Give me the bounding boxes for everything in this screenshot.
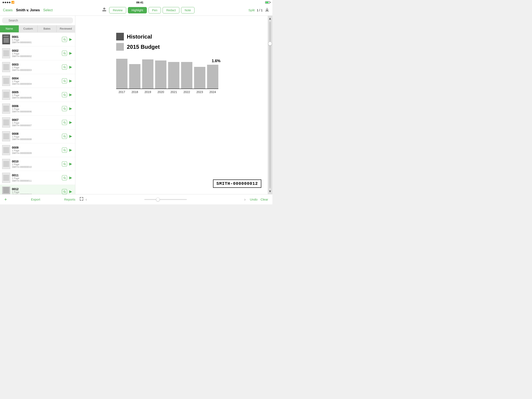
doc-go-button[interactable]: ► bbox=[68, 51, 73, 56]
doc-go-button[interactable]: ► bbox=[68, 106, 73, 111]
doc-search-button[interactable] bbox=[62, 161, 67, 167]
doc-actions: ► bbox=[62, 134, 73, 139]
scroll-down-button[interactable]: ▼ bbox=[268, 189, 272, 193]
list-item[interactable]: 00081 PageSMITH-000000008 ► bbox=[0, 129, 75, 143]
doc-go-button[interactable]: ► bbox=[68, 161, 73, 167]
doc-search-button[interactable] bbox=[62, 120, 67, 125]
doc-pages: 1 Page bbox=[12, 163, 60, 166]
list-item[interactable]: 00051 PageSMITH-000000005 ► bbox=[0, 88, 75, 102]
doc-thumbnail bbox=[2, 76, 10, 86]
reports-button[interactable]: Reports bbox=[64, 198, 75, 201]
review-button[interactable]: Review bbox=[109, 7, 126, 13]
doc-search-button[interactable] bbox=[62, 175, 67, 180]
doc-actions: ► bbox=[62, 92, 73, 97]
prev-page-button[interactable]: ‹ bbox=[86, 197, 87, 202]
right-scrollbar: ▲ ▼ bbox=[268, 16, 272, 194]
signal-dot-1 bbox=[3, 2, 4, 3]
doc-go-button[interactable]: ► bbox=[68, 78, 73, 84]
doc-info: 00061 PageSMITH-000000006 bbox=[12, 104, 60, 113]
doc-actions: ► bbox=[62, 37, 73, 42]
doc-search-button[interactable] bbox=[62, 189, 67, 194]
doc-go-button[interactable]: ► bbox=[68, 134, 73, 139]
doc-pages: 1 Page bbox=[12, 135, 60, 138]
status-time: 09:41 bbox=[136, 1, 143, 4]
x-label-2019: 2019 bbox=[142, 90, 153, 94]
doc-thumbnail: BUDGET bbox=[2, 34, 10, 45]
doc-thumbnail bbox=[2, 103, 10, 114]
doc-go-button[interactable]: ► bbox=[68, 37, 73, 42]
doc-search-button[interactable] bbox=[62, 148, 67, 153]
status-bar: 📶 09:41 bbox=[0, 0, 272, 5]
doc-search-button[interactable] bbox=[62, 64, 67, 70]
list-item[interactable]: 00091 PageSMITH-000000009 ► bbox=[0, 143, 75, 157]
doc-search-button[interactable] bbox=[62, 92, 67, 97]
list-item[interactable]: BUDGET00011 PageSMITH-000000001 ► bbox=[0, 32, 75, 46]
list-item[interactable]: 00121 PageSMITH-000000012 ► bbox=[0, 185, 75, 194]
doc-search-button[interactable] bbox=[62, 51, 67, 56]
list-item[interactable]: 00101 PageSMITH-000000010 ► bbox=[0, 157, 75, 171]
next-page-button[interactable]: › bbox=[244, 197, 246, 202]
doc-info: 00051 PageSMITH-000000005 bbox=[12, 90, 60, 99]
doc-actions: ► bbox=[62, 175, 73, 180]
doc-bates: SMITH-000000004 bbox=[12, 83, 60, 85]
tab-custom[interactable]: Custom bbox=[19, 25, 38, 32]
doc-pages: 1 Page bbox=[12, 191, 60, 193]
doc-thumbnail bbox=[2, 187, 10, 194]
list-item[interactable]: 00031 PageSMITH-000000003 ► bbox=[0, 60, 75, 74]
scroll-thumb[interactable] bbox=[268, 42, 272, 45]
export-button[interactable]: Export bbox=[31, 198, 40, 201]
svg-line-16 bbox=[65, 109, 66, 110]
highlight-button[interactable]: Highlight bbox=[128, 7, 147, 13]
doc-info: 00031 PageSMITH-000000003 bbox=[12, 63, 60, 71]
doc-number: 0009 bbox=[12, 146, 60, 149]
doc-info: 00011 PageSMITH-000000001 bbox=[12, 35, 60, 44]
upload-button[interactable] bbox=[102, 7, 107, 13]
doc-go-button[interactable]: ► bbox=[68, 92, 73, 97]
list-item[interactable]: 00041 PageSMITH-000000004 ► bbox=[0, 74, 75, 88]
scroll-up-button[interactable]: ▲ bbox=[268, 17, 272, 20]
doc-pages: 1 Page bbox=[12, 66, 60, 69]
tab-reviewed[interactable]: Reviewed bbox=[56, 25, 75, 32]
header: Cases Smith v. Jones Select Review Highl… bbox=[0, 5, 272, 16]
legend-historical-label: Historical bbox=[127, 33, 152, 40]
list-item[interactable]: 00111 PageSMITH-000000011 ► bbox=[0, 171, 75, 185]
cases-button[interactable]: Cases bbox=[3, 8, 13, 12]
redact-button[interactable]: Redact bbox=[163, 7, 179, 13]
search-input[interactable] bbox=[2, 18, 73, 23]
note-button[interactable]: Note bbox=[181, 7, 195, 13]
list-item[interactable]: 00021 PageSMITH-000000002 ► bbox=[0, 46, 75, 60]
doc-search-button[interactable] bbox=[62, 37, 67, 42]
doc-search-button[interactable] bbox=[62, 134, 67, 139]
svg-line-24 bbox=[65, 164, 66, 165]
doc-actions: ► bbox=[62, 147, 73, 153]
doc-go-button[interactable]: ► bbox=[68, 120, 73, 125]
main-content: 🔍 Name Custom Bates Reviewed BUDGET00011… bbox=[0, 16, 272, 194]
doc-thumbnail bbox=[2, 173, 10, 183]
doc-go-button[interactable]: ► bbox=[68, 64, 73, 70]
add-button[interactable]: + bbox=[4, 197, 7, 202]
x-label-2023: 2023 bbox=[194, 90, 205, 94]
doc-bates: SMITH-000000009 bbox=[12, 152, 60, 154]
doc-number: 0008 bbox=[12, 132, 60, 135]
doc-go-button[interactable]: ► bbox=[68, 147, 73, 153]
tab-bates[interactable]: Bates bbox=[38, 25, 56, 32]
doc-go-button[interactable]: ► bbox=[68, 175, 73, 180]
download-button[interactable] bbox=[265, 7, 269, 13]
fit-button[interactable] bbox=[80, 197, 83, 202]
clear-button[interactable]: Clear bbox=[260, 198, 268, 201]
doc-info: 00091 PageSMITH-000000009 bbox=[12, 146, 60, 154]
tab-name[interactable]: Name bbox=[0, 25, 19, 32]
undo-button[interactable]: Undo bbox=[250, 198, 258, 201]
select-button[interactable]: Select bbox=[43, 8, 53, 12]
split-button[interactable]: Split bbox=[248, 8, 255, 12]
list-item[interactable]: 00061 PageSMITH-000000006 ► bbox=[0, 102, 75, 116]
doc-search-button[interactable] bbox=[62, 78, 67, 84]
pen-button[interactable]: Pen bbox=[149, 7, 161, 13]
page-slider[interactable] bbox=[144, 199, 187, 200]
list-item[interactable]: 00071 PageSMITH-000000007 ► bbox=[0, 116, 75, 129]
doc-thumbnail bbox=[2, 159, 10, 169]
doc-go-button[interactable]: ► bbox=[68, 189, 73, 194]
legend-historical: Historical bbox=[116, 33, 227, 40]
doc-search-button[interactable] bbox=[62, 106, 67, 111]
tab-bar: Name Custom Bates Reviewed bbox=[0, 25, 75, 32]
